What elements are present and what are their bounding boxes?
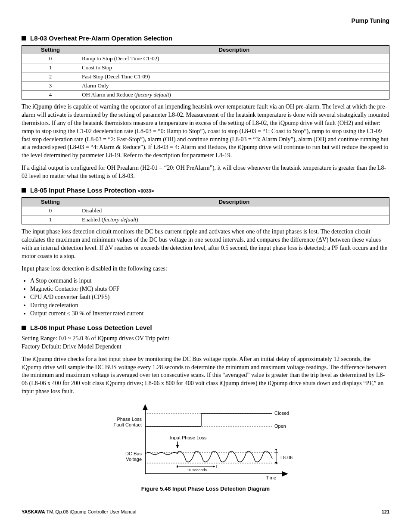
cell-setting: 1 xyxy=(22,63,79,72)
heading-l8-03: L8-03 Overheat Pre-Alarm Operation Selec… xyxy=(22,34,389,42)
list-item: Magnetic Contactor (MC) shuts OFF xyxy=(30,285,389,293)
table-row: 2 Fast-Stop (Decel Time C1-09) xyxy=(22,72,389,81)
table-row: 0 Ramp to Stop (Decel Time C1-02) xyxy=(22,54,389,63)
th-setting: Setting xyxy=(22,198,79,206)
cell-setting: 0 xyxy=(22,54,79,63)
table-l8-03: Setting Description 0 Ramp to Stop (Dece… xyxy=(22,45,389,100)
cell-setting: 1 xyxy=(22,215,79,224)
cell-desc: Enabled (factory default) xyxy=(79,215,389,224)
heading-l8-05: L8-05 Input Phase Loss Protection <0033> xyxy=(22,187,389,194)
table-row: 1 Coast to Stop xyxy=(22,63,389,72)
heading-l8-06: L8-06 Input Phase Loss Detection Level xyxy=(22,324,389,331)
square-bullet-icon xyxy=(22,326,26,330)
square-bullet-icon xyxy=(22,188,26,193)
paragraph-l8-06-a: The iQpump drive checks for a lost input… xyxy=(22,355,389,396)
table-l8-05: Setting Description 0 Disabled 1 Enabled… xyxy=(22,197,389,224)
table-row: 1 Enabled (factory default) xyxy=(22,215,389,224)
cell-desc: OH Alarm and Reduce (factory default) xyxy=(79,90,389,100)
label-input-phase-loss: Input Phase Loss xyxy=(170,435,207,440)
factory-default: Factory Default: Drive Model Dependent xyxy=(22,343,389,351)
th-setting: Setting xyxy=(22,46,79,54)
cell-setting: 3 xyxy=(22,81,79,90)
label-dc-bus: DC Bus xyxy=(125,451,142,456)
cell-setting: 0 xyxy=(22,206,79,215)
th-description: Description xyxy=(79,46,389,54)
bullet-list-l8-05: A Stop command is input Magnetic Contact… xyxy=(24,277,389,317)
th-description: Description xyxy=(79,198,389,206)
paragraph-l8-05-a: The input phase loss detection circuit m… xyxy=(22,228,389,261)
paragraph-l8-03-b: If a digital output is configured for OH… xyxy=(22,164,389,180)
heading-l8-05-code: <0033> xyxy=(138,188,154,193)
footer-manual: TM.iQp.06 iQpump Controller User Manual xyxy=(45,509,137,514)
cell-desc: Fast-Stop (Decel Time C1-09) xyxy=(79,72,389,81)
label-voltage: Voltage xyxy=(126,457,142,462)
table-row: 4 OH Alarm and Reduce (factory default) xyxy=(22,90,389,100)
cell-setting: 4 xyxy=(22,90,79,100)
label-10-seconds: 10 seconds xyxy=(187,468,207,472)
list-item: A Stop command is input xyxy=(30,277,389,285)
figure-5-48: Closed Open Phase Loss Fault Contact Inp… xyxy=(22,403,389,492)
paragraph-l8-03-a: The iQpump drive is capable of warning t… xyxy=(22,103,389,160)
cell-desc: Disabled xyxy=(79,206,389,215)
label-open: Open xyxy=(274,423,286,429)
heading-l8-03-text: L8-03 Overheat Pre-Alarm Operation Selec… xyxy=(30,34,172,42)
footer-page-number: 121 xyxy=(382,509,389,514)
cell-desc: Alarm Only xyxy=(79,81,389,90)
label-time: Time xyxy=(266,475,276,480)
cell-desc: Ramp to Stop (Decel Time C1-02) xyxy=(79,54,389,63)
table-row: 0 Disabled xyxy=(22,206,389,215)
input-phase-loss-diagram-icon: Closed Open Phase Loss Fault Contact Inp… xyxy=(102,403,309,480)
footer-left: YASKAWA TM.iQp.06 iQpump Controller User… xyxy=(22,509,137,514)
paragraph-l8-05-b: Input phase loss detection is disabled i… xyxy=(22,265,389,273)
list-item: During deceleration xyxy=(30,302,389,310)
list-item: CPU A/D converter fault (CPF5) xyxy=(30,293,389,302)
page-footer: YASKAWA TM.iQp.06 iQpump Controller User… xyxy=(22,509,389,514)
cell-desc: Coast to Stop xyxy=(79,63,389,72)
label-closed: Closed xyxy=(274,411,289,416)
label-l8-06: L8-06 xyxy=(280,455,293,460)
label-phase-loss: Phase Loss xyxy=(117,417,142,422)
heading-l8-06-text: L8-06 Input Phase Loss Detection Level xyxy=(30,324,152,331)
label-fault-contact: Fault Contact xyxy=(114,422,142,427)
footer-brand: YASKAWA xyxy=(22,509,45,514)
figure-caption: Figure 5.48 Input Phase Loss Detection D… xyxy=(22,485,389,492)
setting-range: Setting Range: 0.0 ~ 25.0 % of iQpump dr… xyxy=(22,335,389,343)
list-item: Output current ≤ 30 % of Inverter rated … xyxy=(30,310,389,318)
page-header: Pump Tuning xyxy=(22,17,389,24)
table-row: 3 Alarm Only xyxy=(22,81,389,90)
cell-setting: 2 xyxy=(22,72,79,81)
square-bullet-icon xyxy=(22,36,26,40)
heading-l8-05-text: L8-05 Input Phase Loss Protection xyxy=(30,187,136,194)
